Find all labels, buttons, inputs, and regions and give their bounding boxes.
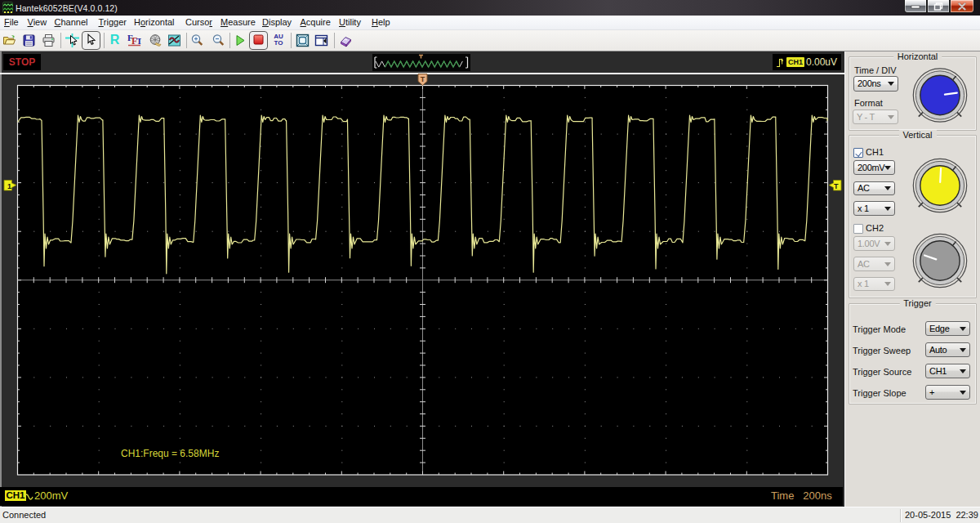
svg-text:T: T <box>834 182 839 190</box>
svg-text:CH1:Frequ = 6.58MHz: CH1:Frequ = 6.58MHz <box>121 448 219 459</box>
svg-text:1: 1 <box>7 182 11 190</box>
svg-text:T: T <box>136 36 141 46</box>
svg-text:T: T <box>421 75 425 83</box>
